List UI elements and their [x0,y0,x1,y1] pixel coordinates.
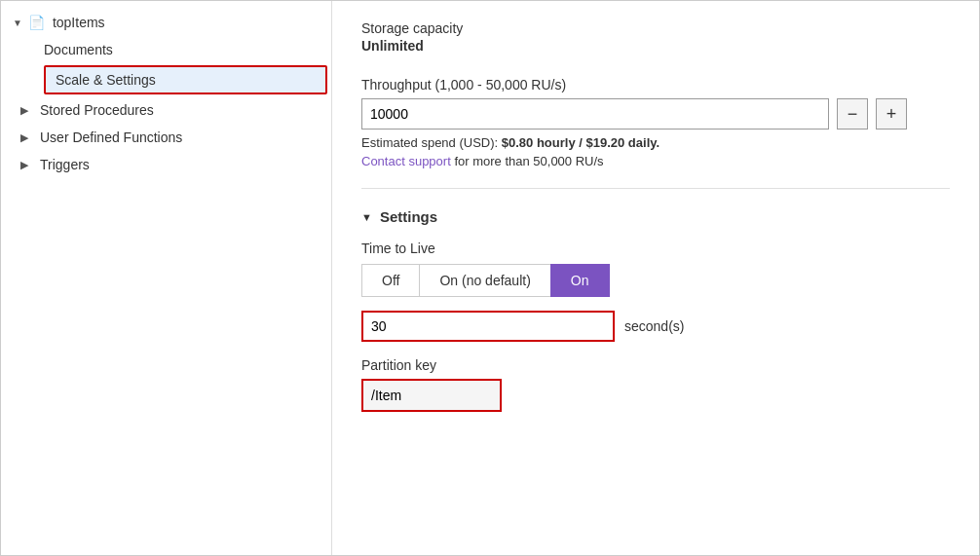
estimated-spend-value: $0.80 hourly / $19.20 daily. [502,135,660,150]
ttl-value-row: second(s) [361,311,950,342]
ttl-off-button[interactable]: Off [361,264,419,297]
stored-procedures-label: Stored Procedures [40,102,154,118]
ttl-value-input[interactable] [361,311,615,342]
settings-header: ▼ Settings [361,208,950,225]
contact-support-suffix: for more than 50,000 RU/s [451,154,604,168]
chevron-right-icon-3: ▶ [20,159,34,171]
contact-support-link[interactable]: Contact support [361,154,451,168]
documents-label: Documents [44,42,113,57]
storage-value: Unlimited [361,38,950,54]
sidebar-item-scale-settings[interactable]: Scale & Settings [44,65,327,94]
partition-label: Partition key [361,357,950,373]
minus-icon: − [848,104,858,125]
ttl-buttons: Off On (no default) On [361,264,950,297]
ttl-on-button[interactable]: On [550,264,610,297]
app-window: ▼ 📄 topItems Documents Scale & Settings … [0,0,980,556]
partition-key-input[interactable] [363,381,500,410]
triggers-label: Triggers [40,157,90,172]
storage-section: Storage capacity Unlimited [361,20,950,54]
sidebar-item-triggers[interactable]: ▶ Triggers [1,151,331,178]
scale-settings-label: Scale & Settings [56,72,156,88]
sidebar-sub: Documents Scale & Settings [1,36,331,94]
divider [361,188,950,189]
sidebar: ▼ 📄 topItems Documents Scale & Settings … [1,1,332,555]
estimated-spend-prefix: Estimated spend (USD): [361,135,502,150]
sidebar-item-topitems[interactable]: ▼ 📄 topItems [1,9,331,36]
throughput-input-row: − + [361,98,950,130]
chevron-down-icon: ▼ [13,18,22,28]
partition-section: Partition key [361,357,950,412]
settings-section: ▼ Settings Time to Live Off On (no defau… [361,208,950,412]
ttl-on-no-default-button[interactable]: On (no default) [419,264,549,297]
sidebar-item-user-defined-functions[interactable]: ▶ User Defined Functions [1,124,331,151]
ttl-label: Time to Live [361,241,950,256]
estimated-spend: Estimated spend (USD): $0.80 hourly / $1… [361,135,950,150]
main-content: Storage capacity Unlimited Throughput (1… [332,1,979,555]
folder-icon: 📄 [28,15,45,30]
throughput-label: Throughput (1,000 - 50,000 RU/s) [361,77,950,93]
chevron-right-icon-2: ▶ [20,131,34,144]
sidebar-item-documents[interactable]: Documents [36,36,331,63]
throughput-plus-button[interactable]: + [876,98,907,130]
sidebar-item-stored-procedures[interactable]: ▶ Stored Procedures [1,96,331,124]
chevron-right-icon: ▶ [20,104,34,117]
settings-chevron-icon: ▼ [361,211,372,223]
user-defined-functions-label: User Defined Functions [40,130,182,145]
contact-support-row: Contact support for more than 50,000 RU/… [361,154,950,168]
throughput-minus-button[interactable]: − [837,98,868,130]
seconds-label: second(s) [624,318,684,334]
topitems-label: topItems [53,15,105,30]
plus-icon: + [886,104,897,125]
throughput-section: Throughput (1,000 - 50,000 RU/s) − + Est… [361,77,950,168]
storage-label: Storage capacity [361,20,950,36]
throughput-input[interactable] [361,98,829,130]
partition-input-box [361,379,502,412]
settings-label: Settings [380,208,437,225]
